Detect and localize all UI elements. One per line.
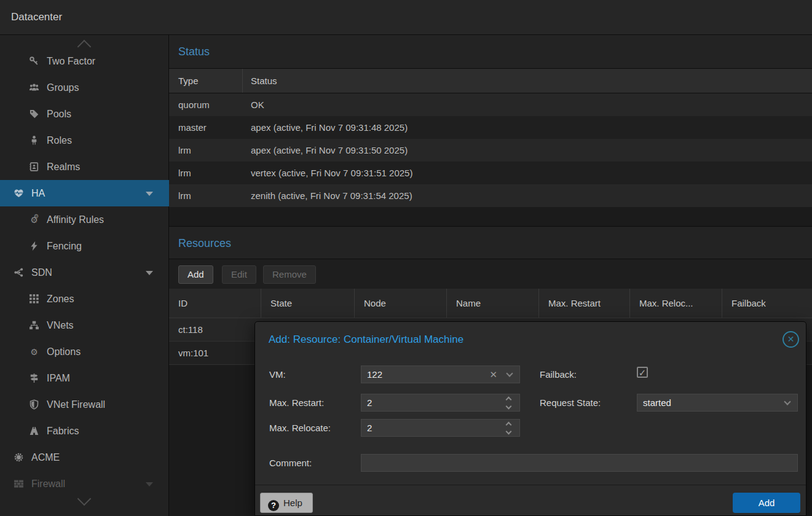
share-nodes-icon [13, 267, 25, 278]
certificate-icon [13, 452, 25, 463]
column-header-max-relocate[interactable]: Max. Reloc... [630, 289, 722, 318]
column-header-id[interactable]: ID [169, 289, 261, 318]
firewall-icon [13, 479, 25, 489]
column-header-status[interactable]: Status [243, 69, 812, 93]
column-header-node[interactable]: Node [355, 289, 447, 318]
chevron-down-icon[interactable] [146, 271, 153, 275]
sidebar-item-label: Groups [47, 82, 79, 93]
sidebar-item-roles[interactable]: Roles [0, 127, 169, 154]
top-bar: Datacenter [0, 0, 812, 35]
resources-toolbar: Add Edit Remove [169, 259, 812, 289]
sidebar-item-label: Firewall [31, 479, 65, 490]
resources-section-header: Resources [169, 226, 812, 259]
max-restart-value: 2 [367, 397, 372, 408]
column-header-failback[interactable]: Failback [722, 289, 812, 318]
sidebar-item-options[interactable]: ⚙ Options [0, 338, 169, 365]
sidebar-item-fencing[interactable]: Fencing [0, 233, 169, 259]
chevron-down-icon[interactable] [506, 370, 513, 377]
max-relocate-value: 2 [367, 423, 372, 433]
add-resource-dialog: Add: Resource: Container/Virtual Machine… [254, 321, 806, 516]
gear-icon: ⚙ [28, 346, 40, 357]
comment-input[interactable] [361, 454, 798, 472]
sidebar-item-firewall[interactable]: Firewall [0, 471, 169, 490]
road-icon [28, 426, 40, 436]
bolt-icon [28, 241, 40, 251]
request-state-select[interactable]: started [637, 394, 798, 412]
help-button-label: Help [283, 498, 302, 508]
clear-icon[interactable]: ✕ [489, 366, 497, 383]
sidebar: Two Factor Groups Pools Roles Realms [0, 35, 169, 516]
vm-label: VM: [269, 366, 286, 383]
failback-label: Failback: [540, 366, 577, 383]
sidebar-item-sdn[interactable]: SDN [0, 259, 169, 286]
sidebar-item-pools[interactable]: Pools [0, 101, 169, 127]
status-table-header: Type Status [169, 69, 812, 93]
add-button[interactable]: Add [178, 265, 213, 284]
vm-combo[interactable]: 122 ✕ [361, 366, 520, 383]
chevron-down-icon[interactable] [146, 192, 153, 196]
failback-checkbox[interactable]: ✓ [637, 367, 648, 378]
grid-icon [28, 294, 40, 304]
vm-value: 122 [367, 369, 382, 380]
sidebar-item-realms[interactable]: Realms [0, 154, 169, 180]
sidebar-item-label: VNets [47, 320, 74, 331]
chevron-down-icon[interactable] [146, 482, 153, 487]
sidebar-item-affinity-rules[interactable]: ⚙⚙ Affinity Rules [0, 206, 169, 233]
sidebar-item-label: IPAM [47, 373, 70, 384]
sidebar-item-groups[interactable]: Groups [0, 74, 169, 101]
table-row[interactable]: lrm zenith (active, Fri Nov 7 09:31:54 2… [169, 184, 812, 207]
remove-button[interactable]: Remove [263, 265, 316, 284]
table-row[interactable]: master apex (active, Fri Nov 7 09:31:48 … [169, 116, 812, 139]
gears-icon: ⚙⚙ [28, 214, 40, 225]
max-relocate-label: Max. Relocate: [269, 419, 331, 437]
table-row[interactable]: lrm apex (active, Fri Nov 7 09:31:50 202… [169, 139, 812, 162]
sidebar-item-vnet-firewall[interactable]: VNet Firewall [0, 391, 169, 418]
sidebar-item-vnets[interactable]: VNets [0, 312, 169, 338]
sidebar-item-label: Pools [47, 109, 71, 120]
edit-button[interactable]: Edit [222, 265, 256, 284]
sidebar-item-label: VNet Firewall [47, 399, 105, 410]
max-restart-label: Max. Restart: [269, 394, 324, 412]
spinner-arrows-icon[interactable] [506, 421, 513, 435]
close-icon[interactable]: ✕ [782, 331, 799, 348]
sidebar-item-ipam[interactable]: IPAM [0, 365, 169, 391]
column-header-state[interactable]: State [261, 289, 355, 318]
max-relocate-input[interactable]: 2 [361, 419, 520, 437]
sidebar-item-ha[interactable]: HA [0, 180, 169, 206]
sidebar-item-label: SDN [31, 267, 52, 278]
sidebar-item-label: Two Factor [47, 56, 95, 67]
sidebar-item-acme[interactable]: ACME [0, 444, 169, 471]
sidebar-item-zones[interactable]: Zones [0, 286, 169, 312]
person-icon [28, 135, 40, 146]
dialog-add-button[interactable]: Add [733, 493, 800, 513]
sidebar-nav: Two Factor Groups Pools Roles Realms [0, 48, 169, 490]
sidebar-item-label: HA [31, 188, 45, 199]
sidebar-item-label: Fencing [47, 241, 82, 252]
spinner-arrows-icon[interactable] [506, 396, 513, 410]
sidebar-item-label: Roles [47, 135, 72, 146]
column-header-max-restart[interactable]: Max. Restart [539, 289, 630, 318]
dialog-header[interactable]: Add: Resource: Container/Virtual Machine… [255, 322, 806, 358]
signpost-icon [28, 373, 40, 383]
resources-table-header: ID State Node Name Max. Restart Max. Rel… [169, 289, 812, 318]
sidebar-item-label: Realms [47, 162, 80, 173]
max-restart-input[interactable]: 2 [361, 394, 520, 412]
table-row[interactable]: lrm vertex (active, Fri Nov 7 09:31:51 2… [169, 162, 812, 184]
sidebar-item-two-factor[interactable]: Two Factor [0, 48, 169, 74]
checkbox-check-icon: ✓ [639, 367, 647, 378]
column-header-type[interactable]: Type [169, 69, 243, 93]
key-icon [28, 56, 40, 66]
page-title: Datacenter [11, 0, 62, 34]
dialog-footer: ?Help Add [255, 485, 806, 516]
request-state-value: started [643, 397, 671, 408]
table-row[interactable]: quorum OK [169, 93, 812, 116]
sidebar-item-label: Zones [47, 294, 74, 305]
sidebar-item-fabrics[interactable]: Fabrics [0, 418, 169, 444]
column-header-name[interactable]: Name [447, 289, 539, 318]
scroll-down-icon[interactable] [78, 495, 92, 509]
shield-icon [28, 399, 40, 410]
help-button[interactable]: ?Help [260, 493, 313, 513]
chevron-down-icon[interactable] [784, 398, 790, 405]
sidebar-item-label: ACME [31, 452, 60, 463]
sidebar-item-label: Options [47, 346, 81, 358]
